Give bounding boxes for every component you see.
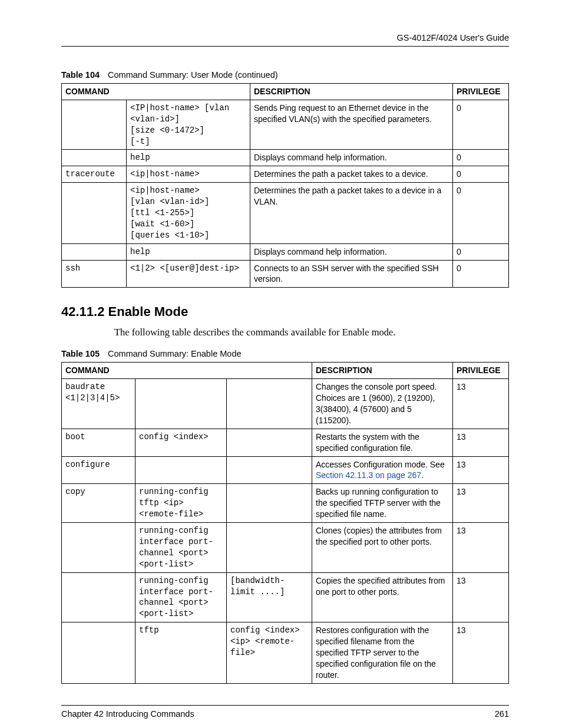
cmd-col2: help xyxy=(127,150,250,166)
cmd-col2 xyxy=(135,379,227,429)
cmd-col1 xyxy=(62,572,135,622)
doc-title: GS-4012F/4024 User's Guide xyxy=(61,33,509,42)
cmd-col1: copy xyxy=(62,484,135,523)
cmd-desc: Sends Ping request to an Ethernet device… xyxy=(250,100,453,150)
table105-caption: Table 105 Command Summary: Enable Mode xyxy=(61,349,509,358)
cmd-desc: Copies the specified attributes from one… xyxy=(312,572,453,622)
cmd-col2: tftp xyxy=(135,622,227,683)
table105-header-command: COMMAND xyxy=(62,363,312,379)
cmd-col3 xyxy=(227,523,312,573)
section-heading: 42.11.2 Enable Mode xyxy=(61,304,509,319)
cmd-desc: Restarts the system with the specified c… xyxy=(312,429,453,456)
cmd-priv: 13 xyxy=(453,456,509,484)
cmd-col2: <ip|host-name> xyxy=(127,166,250,183)
cmd-col2: <IP|host-name> [vlan <vlan-id>] [size <0… xyxy=(127,100,250,150)
table104-caption-text: Command Summary: User Mode (continued) xyxy=(108,70,278,80)
footer-rule xyxy=(61,705,509,706)
cmd-col3: config <index> <ip> <remote-file> xyxy=(227,622,312,683)
cmd-priv: 0 xyxy=(453,166,509,183)
table-row: ssh <1|2> <[user@]dest-ip> Connects to a… xyxy=(62,260,509,288)
cmd-priv: 13 xyxy=(453,484,509,523)
table105-label: Table 105 xyxy=(61,349,100,358)
section-body: The following table describes the comman… xyxy=(114,327,509,338)
cmd-col1 xyxy=(62,150,127,166)
cmd-priv: 13 xyxy=(453,572,509,622)
cmd-col3 xyxy=(227,456,312,484)
table104: COMMAND DESCRIPTION PRIVILEGE <IP|host-n… xyxy=(61,83,509,288)
cmd-col2: help xyxy=(127,243,250,260)
page: GS-4012F/4024 User's Guide Table 104 Com… xyxy=(0,0,562,728)
footer-page-number: 261 xyxy=(495,709,509,719)
cmd-priv: 13 xyxy=(453,523,509,573)
cmd-col2: <1|2> <[user@]dest-ip> xyxy=(127,260,250,288)
table-row: traceroute <ip|host-name> Determines the… xyxy=(62,166,509,183)
cmd-col3: [bandwidth-limit ....] xyxy=(227,572,312,622)
cmd-desc: Changes the console port speed. Choices … xyxy=(312,379,453,429)
cmd-col1: configure xyxy=(62,456,135,484)
cmd-priv: 13 xyxy=(453,429,509,456)
cmd-desc: Displays command help information. xyxy=(250,243,453,260)
table-row: copy running-config tftp <ip> <remote-fi… xyxy=(62,484,509,523)
table105-header-privilege: PRIVILEGE xyxy=(453,363,509,379)
cmd-col3 xyxy=(227,379,312,429)
table-row: help Displays command help information. … xyxy=(62,150,509,166)
cross-ref-link[interactable]: Section 42.11.3 on page 267 xyxy=(316,470,421,480)
cmd-col2: config <index> xyxy=(135,429,227,456)
cmd-col1: boot xyxy=(62,429,135,456)
cmd-desc: Connects to an SSH server with the speci… xyxy=(250,260,453,288)
cmd-desc: Backs up running configuration to the sp… xyxy=(312,484,453,523)
table-row: baudrate <1|2|3|4|5> Changes the console… xyxy=(62,379,509,429)
table104-header-description: DESCRIPTION xyxy=(250,84,453,100)
table105-caption-text: Command Summary: Enable Mode xyxy=(108,349,241,358)
table104-header-command: COMMAND xyxy=(62,84,250,100)
cmd-col2: running-config tftp <ip> <remote-file> xyxy=(135,484,227,523)
cmd-col1: baudrate <1|2|3|4|5> xyxy=(62,379,135,429)
cmd-col1 xyxy=(62,100,127,150)
table105: COMMAND DESCRIPTION PRIVILEGE baudrate <… xyxy=(61,362,509,683)
cmd-col1 xyxy=(62,622,135,683)
table105-header-description: DESCRIPTION xyxy=(312,363,453,379)
cmd-col1 xyxy=(62,243,127,260)
cmd-desc: Determines the path a packet takes to a … xyxy=(250,166,453,183)
cmd-desc: Clones (copies) the attributes from the … xyxy=(312,523,453,573)
cmd-desc: Accesses Configuration mode. See Section… xyxy=(312,456,453,484)
table-row: running-config interface port-channel <p… xyxy=(62,572,509,622)
cmd-col1: traceroute xyxy=(62,166,127,183)
table104-caption: Table 104 Command Summary: User Mode (co… xyxy=(61,70,509,80)
footer-chapter: Chapter 42 Introducing Commands xyxy=(61,709,194,719)
cmd-priv: 0 xyxy=(453,150,509,166)
table-row: help Displays command help information. … xyxy=(62,243,509,260)
table104-header-row: COMMAND DESCRIPTION PRIVILEGE xyxy=(62,84,509,100)
cmd-priv: 13 xyxy=(453,379,509,429)
table-row: tftp config <index> <ip> <remote-file> R… xyxy=(62,622,509,683)
cmd-desc: Restores configuration with the specifie… xyxy=(312,622,453,683)
table-row: <IP|host-name> [vlan <vlan-id>] [size <0… xyxy=(62,100,509,150)
table104-label: Table 104 xyxy=(61,70,100,80)
table-row: running-config interface port-channel <p… xyxy=(62,523,509,573)
cmd-col1: ssh xyxy=(62,260,127,288)
cmd-col2: running-config interface port-channel <p… xyxy=(135,572,227,622)
cmd-priv: 0 xyxy=(453,100,509,150)
cmd-col1 xyxy=(62,523,135,573)
cmd-col3 xyxy=(227,429,312,456)
cmd-col3 xyxy=(227,484,312,523)
cmd-col2 xyxy=(135,456,227,484)
table-row: boot config <index> Restarts the system … xyxy=(62,429,509,456)
cmd-priv: 0 xyxy=(453,260,509,288)
cmd-desc: Displays command help information. xyxy=(250,150,453,166)
cmd-col2: <ip|host-name> [vlan <vlan-id>] [ttl <1-… xyxy=(127,183,250,243)
cmd-priv: 0 xyxy=(453,183,509,243)
header-rule xyxy=(61,46,509,47)
table-row: configure Accesses Configuration mode. S… xyxy=(62,456,509,484)
table105-header-row: COMMAND DESCRIPTION PRIVILEGE xyxy=(62,363,509,379)
cmd-priv: 0 xyxy=(453,243,509,260)
cmd-desc: Determines the path a packet takes to a … xyxy=(250,183,453,243)
footer: Chapter 42 Introducing Commands 261 xyxy=(61,705,509,719)
cmd-priv: 13 xyxy=(453,622,509,683)
table-row: <ip|host-name> [vlan <vlan-id>] [ttl <1-… xyxy=(62,183,509,243)
cmd-col1 xyxy=(62,183,127,243)
table104-header-privilege: PRIVILEGE xyxy=(453,84,509,100)
cmd-col2: running-config interface port-channel <p… xyxy=(135,523,227,573)
